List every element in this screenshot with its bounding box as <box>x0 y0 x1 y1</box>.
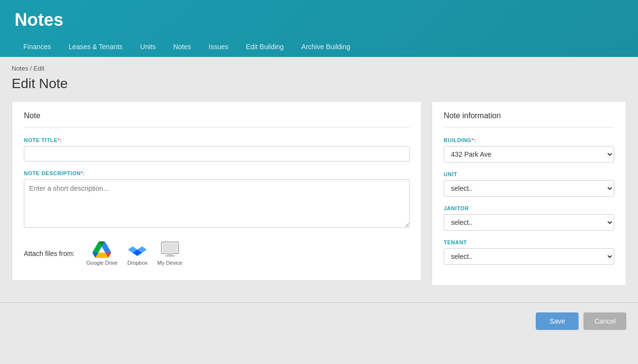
save-button[interactable]: Save <box>536 312 579 330</box>
main-layout: Note NOTE TITLE*: NOTE DESCRIPTION*: Att… <box>12 101 626 286</box>
note-card: Note NOTE TITLE*: NOTE DESCRIPTION*: Att… <box>12 101 422 281</box>
building-group: BUILDING*: 432 Park Ave <box>444 137 614 163</box>
nav-leases-tenants[interactable]: Leases & Tenants <box>60 38 131 57</box>
janitor-select[interactable]: select.. <box>444 214 614 231</box>
info-card-title: Note information <box>444 111 614 127</box>
breadcrumb-notes[interactable]: Notes <box>12 65 28 72</box>
nav-edit-building[interactable]: Edit Building <box>237 38 293 57</box>
content-area: Notes / Edit Edit Note Note NOTE TITLE*:… <box>0 57 638 297</box>
google-drive-label: Google Drive <box>86 260 117 266</box>
note-description-group: NOTE DESCRIPTION*: <box>24 170 410 230</box>
tenant-label: TENANT <box>444 239 614 245</box>
info-card: Note information BUILDING*: 432 Park Ave… <box>432 101 626 286</box>
svg-rect-3 <box>167 254 172 255</box>
nav-notes[interactable]: Notes <box>165 38 200 57</box>
building-label: BUILDING*: <box>444 137 614 143</box>
tenant-group: TENANT select.. <box>444 239 614 265</box>
dropbox-attach[interactable]: Dropbox <box>127 241 148 266</box>
breadcrumb: Notes / Edit <box>12 65 626 72</box>
unit-select[interactable]: select.. <box>444 180 614 197</box>
nav-archive-building[interactable]: Archive Building <box>293 38 359 57</box>
page-title: Edit Note <box>12 76 626 91</box>
unit-label: UNIT <box>444 171 614 177</box>
tenant-select[interactable]: select.. <box>444 248 614 265</box>
note-title-input[interactable] <box>24 146 410 162</box>
note-title-label: NOTE TITLE*: <box>24 137 410 143</box>
note-description-label: NOTE DESCRIPTION*: <box>24 170 410 176</box>
note-description-textarea[interactable] <box>24 179 410 228</box>
attach-row: Attach files from: Google Drive <box>24 241 410 266</box>
unit-group: UNIT select.. <box>444 171 614 197</box>
attach-icons: Google Drive Dropbox <box>86 241 182 266</box>
note-card-title: Note <box>24 111 410 127</box>
cancel-button[interactable]: Cancel <box>583 312 626 330</box>
svg-rect-4 <box>165 255 174 256</box>
main-nav: Finances Leases & Tenants Units Notes Is… <box>15 38 623 57</box>
footer-buttons: Save Cancel <box>0 303 638 340</box>
header: Notes Finances Leases & Tenants Units No… <box>0 0 638 57</box>
building-select[interactable]: 432 Park Ave <box>444 146 614 163</box>
janitor-label: JANITOR <box>444 205 614 211</box>
janitor-group: JANITOR select.. <box>444 205 614 231</box>
nav-finances[interactable]: Finances <box>15 38 60 57</box>
my-device-label: My Device <box>157 260 182 266</box>
attach-label: Attach files from: <box>24 250 75 257</box>
nav-units[interactable]: Units <box>131 38 165 57</box>
google-drive-attach[interactable]: Google Drive <box>86 241 117 266</box>
breadcrumb-edit: Edit <box>34 65 44 72</box>
breadcrumb-separator: / <box>30 65 34 72</box>
note-title-group: NOTE TITLE*: <box>24 137 410 162</box>
nav-issues[interactable]: Issues <box>200 38 237 57</box>
my-device-attach[interactable]: My Device <box>157 241 182 266</box>
dropbox-label: Dropbox <box>127 260 148 266</box>
svg-rect-2 <box>163 243 177 253</box>
app-title: Notes <box>15 10 623 30</box>
